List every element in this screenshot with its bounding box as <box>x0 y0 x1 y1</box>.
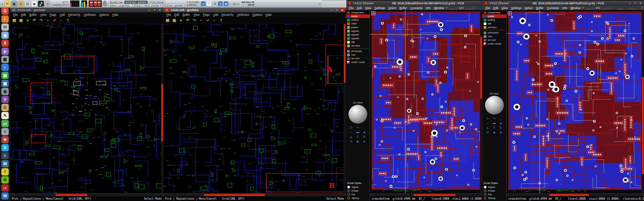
grace-dock-icon[interactable]: M <box>1 160 9 168</box>
wifi-radar-dock-icon[interactable]: W <box>1 192 9 200</box>
gschem2-menu-buffer[interactable]: Buffer <box>181 13 192 16</box>
close-button[interactable]: × <box>638 1 643 5</box>
rotate-tool-icon[interactable]: ↻ <box>361 135 368 138</box>
undo-icon[interactable]: ↶ <box>32 18 37 23</box>
layer-row-silk[interactable]: silk <box>346 40 370 44</box>
rotate-tool-icon[interactable]: ↻ <box>497 126 504 129</box>
maximize-button[interactable]: + <box>633 1 637 5</box>
vertical-scrollbar[interactable] <box>480 10 482 193</box>
pidgin-dock-icon[interactable]: p <box>1 48 9 55</box>
gschem2-menu-view[interactable]: View <box>192 13 201 16</box>
gschem2-menu-file[interactable]: File <box>165 13 173 16</box>
tray-window-icon[interactable] <box>98 2 101 6</box>
gschem1-menu-file[interactable]: File <box>11 13 19 16</box>
layer-row-signal3[interactable]: signal3 <box>346 37 370 40</box>
pcb2-menu-edit[interactable]: Edit <box>492 6 500 10</box>
vertical-scrollbar[interactable] <box>161 24 163 193</box>
dual-displays-icon[interactable]: ▦ <box>224 1 228 6</box>
chat-bubbles-icon[interactable]: ❝ <box>207 1 211 6</box>
layer-row-far-side[interactable]: far side <box>346 57 370 60</box>
pcb2-menu-buffer[interactable]: Buffer <box>534 6 545 10</box>
screenshot-launcher-icon[interactable]: ▞ <box>38 1 44 7</box>
gschem2-menu-attributes[interactable]: Attributes <box>235 13 251 16</box>
system-monitor-applet[interactable] <box>81 0 87 7</box>
close-button[interactable]: × <box>340 8 344 12</box>
trace-tool-icon[interactable]: ∿ <box>491 117 498 120</box>
vertical-scrollbar[interactable] <box>642 10 644 193</box>
pcb2-menu-info[interactable]: Info <box>560 6 569 10</box>
schematic-canvas[interactable]: A B <box>163 24 346 193</box>
gschem2-menu-add[interactable]: Add <box>211 13 220 16</box>
layer-row-solder-mask[interactable]: solder mask <box>482 42 506 46</box>
arc-tool-icon[interactable]: ◞ <box>361 126 368 129</box>
tray-window-icon[interactable] <box>94 2 97 6</box>
horizontal-scroll-thumb[interactable] <box>56 194 87 196</box>
vertical-scroll-thumb[interactable] <box>642 77 644 174</box>
pointer-tool-icon[interactable]: ➤ <box>497 131 504 134</box>
window-menu-icon[interactable]: ▾ <box>165 8 169 12</box>
schematic-canvas[interactable] <box>10 24 163 193</box>
ltspice-dock-icon[interactable]: LT <box>1 184 9 192</box>
display-launcher-icon[interactable]: ▣ <box>11 1 17 7</box>
taskbar-button[interactable]: [Buddy List] <box>109 1 124 4</box>
add-text-icon[interactable]: T <box>218 18 224 23</box>
clock-applet[interactable]: Sat Nov 15 15:23 <box>241 1 254 6</box>
layer-row-rat-lines[interactable]: rat lines <box>346 44 370 48</box>
taskbar-button[interactable]: [Inbox - Local Fold.. <box>109 4 132 7</box>
view-trackball[interactable] <box>485 96 504 115</box>
vertical-scrollbar[interactable] <box>343 24 346 193</box>
layer-row-solder[interactable]: solder <box>346 14 370 18</box>
maximize-button[interactable]: + <box>152 8 157 12</box>
minimize-button[interactable]: − <box>147 8 151 12</box>
panel-collapse-arrow-icon[interactable]: ◂ <box>1 1 3 7</box>
viber-dock-icon[interactable]: V <box>1 96 9 103</box>
undo-icon[interactable]: ↶ <box>185 18 191 23</box>
pcb2-menu-connects[interactable]: Connects <box>545 6 561 10</box>
gschem1-menu-view[interactable]: View <box>39 13 48 16</box>
chromium-dock-icon[interactable]: ◍ <box>1 31 9 39</box>
add-component-icon[interactable]: ⌁ <box>198 18 204 23</box>
layer-row-pins-pads[interactable]: pins/pads <box>482 31 506 35</box>
layer-row-vias[interactable]: vias <box>346 53 370 57</box>
calculator-dock-icon[interactable]: ▦ <box>1 56 9 63</box>
layer-row-far-side[interactable]: far side <box>482 38 506 42</box>
minimize-button[interactable]: − <box>329 8 334 12</box>
pause-tool-icon[interactable]: ‖ <box>491 126 498 129</box>
redo-icon[interactable]: ↷ <box>38 18 44 23</box>
layer-row-pins-pads[interactable]: pins/pads <box>346 49 370 53</box>
horizontal-scrollbar[interactable]: ‹ <box>506 193 644 196</box>
cpu-graph-applet[interactable] <box>70 0 79 7</box>
lo-calc-dock-icon[interactable]: ▤ <box>1 72 9 79</box>
scroll-left-arrow-icon[interactable]: ‹ <box>164 194 165 196</box>
route-style-skinny[interactable]: Skinny <box>347 196 368 200</box>
minimize-button[interactable]: − <box>628 1 632 5</box>
gschem2-menu-page[interactable]: Page <box>201 13 211 16</box>
add-box-icon[interactable]: ⌐ <box>58 18 64 23</box>
horizontal-scrollbar[interactable]: ‹ › <box>10 193 163 196</box>
pcb-canvas[interactable] <box>370 10 482 193</box>
dashed-line-tool-icon[interactable]: ┄ <box>484 121 491 125</box>
weather-applet[interactable]: ☀ 13 °C <box>229 2 239 5</box>
layer-row-outline[interactable]: outline <box>346 18 370 22</box>
new-file-icon[interactable]: ▤ <box>11 18 17 23</box>
gschem1-menu-add[interactable]: Add <box>58 13 66 16</box>
open-file-icon[interactable]: ▣ <box>18 18 24 23</box>
layer-row-signal2[interactable]: signal2 <box>346 33 370 37</box>
pcb2-titlebar[interactable]: ▾ P1U2 (/home/ HB_BUILD/Build/2014-09-08… <box>482 1 644 6</box>
pcb2-menu-window[interactable]: Window <box>569 6 582 10</box>
save-file-icon[interactable]: ▼ <box>178 18 184 23</box>
window-menu-icon[interactable]: ▾ <box>484 1 488 5</box>
tig-dock-icon[interactable]: T <box>1 168 9 176</box>
gschem1-titlebar[interactable]: ▾ P1U2.sch - gschem − + × <box>10 7 163 12</box>
gschem2-menu-options[interactable]: Options <box>251 13 264 16</box>
window-menu-icon[interactable]: ▾ <box>11 8 16 12</box>
pcb2-menu-file[interactable]: File <box>484 6 492 10</box>
route-style-skinny[interactable]: Skinny <box>484 196 505 200</box>
taskbar-button[interactable]: *A1U2 (/home/ <box>142 4 160 7</box>
window-menu-icon[interactable]: ▾ <box>347 1 352 5</box>
gschem2-menu-help[interactable]: Help <box>264 13 273 16</box>
pcb2-menu-settings[interactable]: Settings <box>509 6 523 10</box>
add-box-icon[interactable]: ⌐ <box>212 18 217 23</box>
via-tool-icon[interactable]: ◇ <box>348 126 355 129</box>
pcb1-menu-settings[interactable]: Settings <box>373 6 387 10</box>
